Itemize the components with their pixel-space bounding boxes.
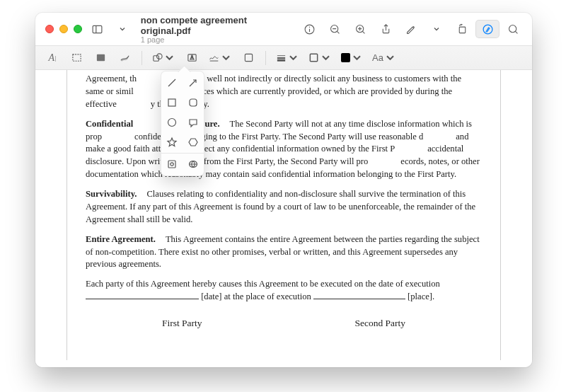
note-tool[interactable] <box>238 50 258 67</box>
zoom-window-button[interactable] <box>74 25 82 33</box>
paragraph: Survivability.Clauses relating to confid… <box>86 188 482 226</box>
svg-line-15 <box>515 31 517 33</box>
window-controls <box>45 25 82 33</box>
sign-tool[interactable] <box>206 50 234 67</box>
svg-rect-30 <box>168 99 175 106</box>
markup-toolbar: A| A <box>35 45 532 70</box>
svg-marker-33 <box>168 138 176 146</box>
svg-rect-12 <box>459 27 466 33</box>
titlebar: non compete agreement original.pdf 1 pag… <box>35 13 532 45</box>
rectangular-selection-tool[interactable] <box>67 50 86 67</box>
paragraph: Entire Agreement.This Agreement contains… <box>86 234 482 272</box>
page-count-label: 1 page <box>141 35 286 44</box>
share-button[interactable] <box>374 20 398 38</box>
pdf-page: Agreement, thd Party well not indirectly… <box>67 70 501 360</box>
mask-tool[interactable] <box>183 154 204 174</box>
annotate-button[interactable] <box>399 20 423 38</box>
svg-rect-31 <box>190 99 197 106</box>
sidebar-menu-chevron[interactable] <box>112 20 132 38</box>
svg-point-36 <box>171 163 173 166</box>
svg-text:A: A <box>190 54 194 61</box>
annotate-menu-chevron[interactable] <box>424 20 449 38</box>
text-box-tool[interactable]: A <box>182 50 202 67</box>
svg-marker-34 <box>189 139 197 146</box>
titlebar-tools <box>297 20 525 38</box>
rotate-button[interactable] <box>450 20 474 38</box>
title-group: non compete agreement original.pdf 1 pag… <box>141 15 286 44</box>
sidebar-toggle-button[interactable] <box>88 20 107 38</box>
preview-window: non compete agreement original.pdf 1 pag… <box>35 13 532 367</box>
sketch-tool[interactable] <box>115 50 134 67</box>
signature-row: First Party Second Party <box>86 316 482 330</box>
shape-line[interactable] <box>161 73 183 93</box>
zoom-out-button[interactable] <box>323 20 347 38</box>
shape-rounded-square[interactable] <box>183 93 204 113</box>
paragraph: Confidentialon-Disclosure.The Second Par… <box>86 118 482 181</box>
first-party-label: First Party <box>162 316 202 330</box>
border-style-button[interactable] <box>273 50 301 67</box>
second-party-label: Second Party <box>354 316 405 330</box>
border-color-button[interactable] <box>306 50 334 67</box>
text-selection-tool[interactable]: A| <box>42 50 62 67</box>
redact-tool[interactable] <box>91 50 110 67</box>
svg-line-9 <box>362 31 364 33</box>
shapes-popover <box>161 71 204 176</box>
svg-rect-35 <box>168 161 175 168</box>
svg-point-14 <box>509 25 516 32</box>
paragraph: Agreement, thd Party well not indirectly… <box>86 73 482 111</box>
info-button[interactable] <box>297 20 321 38</box>
svg-rect-23 <box>245 54 252 61</box>
svg-rect-27 <box>310 54 317 61</box>
shape-speech-bubble[interactable] <box>183 113 204 132</box>
loupe-tool[interactable] <box>161 154 183 174</box>
fill-color-button[interactable] <box>338 50 365 67</box>
font-button[interactable]: Aa <box>369 50 398 67</box>
shape-star[interactable] <box>161 132 183 152</box>
markup-toggle-button[interactable] <box>475 20 499 38</box>
svg-rect-17 <box>96 54 104 61</box>
svg-point-4 <box>308 26 309 27</box>
close-window-button[interactable] <box>45 25 54 33</box>
search-button[interactable] <box>501 20 525 38</box>
minimize-window-button[interactable] <box>59 25 68 33</box>
svg-point-32 <box>168 119 176 127</box>
shape-square[interactable] <box>161 93 183 113</box>
shapes-button[interactable] <box>149 50 178 67</box>
shape-arrow[interactable] <box>183 73 204 93</box>
document-viewport[interactable]: Agreement, thd Party well not indirectly… <box>35 70 532 367</box>
paragraph: Each party of this Agreement hereby caus… <box>86 278 482 304</box>
svg-line-28 <box>168 79 175 86</box>
svg-rect-0 <box>93 25 102 33</box>
svg-point-19 <box>157 54 163 59</box>
shape-circle[interactable] <box>161 113 183 132</box>
svg-line-29 <box>190 80 196 86</box>
svg-rect-16 <box>72 54 80 61</box>
zoom-in-button[interactable] <box>348 20 372 38</box>
document-title: non compete agreement original.pdf <box>141 15 286 36</box>
svg-line-6 <box>337 31 339 33</box>
shape-hexagon[interactable] <box>183 132 204 152</box>
